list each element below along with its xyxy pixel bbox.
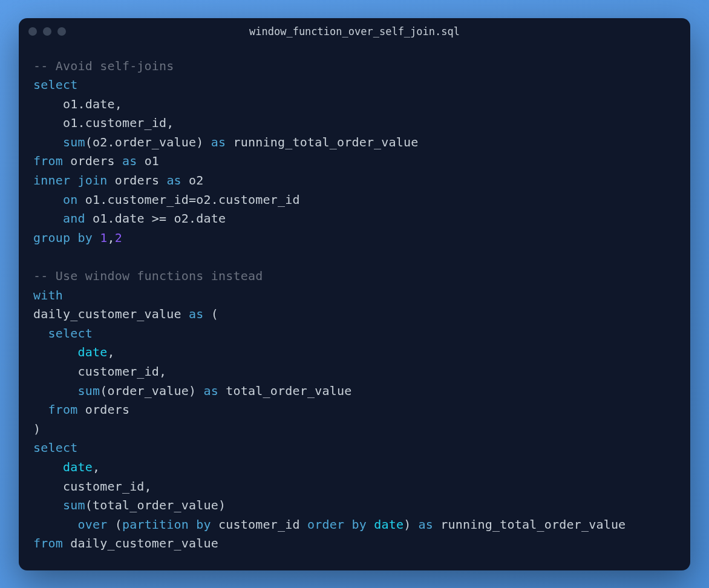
code-line: from daily_customer_value xyxy=(33,534,676,554)
code-token-datetype: date xyxy=(77,345,107,359)
code-line: customer_id, xyxy=(33,477,676,497)
code-line: ) xyxy=(33,420,676,439)
code-line: -- Avoid self-joins xyxy=(33,57,676,76)
code-token-identifier xyxy=(33,211,63,226)
code-token-identifier: running_total_order_value xyxy=(226,135,418,149)
code-token-keyword: as xyxy=(211,135,226,149)
code-token-identifier xyxy=(93,230,100,245)
code-token-identifier: ) xyxy=(404,517,418,532)
code-line: customer_id, xyxy=(33,362,676,382)
code-token-comment: -- Avoid self-joins xyxy=(33,59,174,73)
code-token-identifier: running_total_order_value xyxy=(433,517,626,532)
code-line: sum(o2.order_value) as running_total_ord… xyxy=(33,133,676,152)
code-token-identifier: o1.customer_id=o2.customer_id xyxy=(77,192,299,207)
code-token-identifier: , xyxy=(107,345,114,359)
code-token-identifier: ) xyxy=(33,422,41,436)
window-title: window_function_over_self_join.sql xyxy=(249,25,460,38)
code-token-identifier xyxy=(344,517,351,532)
code-token-identifier: orders xyxy=(63,154,122,168)
code-token-keyword: order xyxy=(307,517,344,532)
code-token-keyword: by xyxy=(196,517,211,532)
code-line: sum(order_value) as total_order_value xyxy=(33,382,676,401)
code-token-keyword: select xyxy=(48,326,92,341)
code-line: and o1.date >= o2.date xyxy=(33,209,676,229)
code-token-function: sum xyxy=(63,498,85,512)
code-line: over (partition by customer_id order by … xyxy=(33,515,676,535)
code-token-number: 1 xyxy=(100,230,107,245)
code-token-keyword: by xyxy=(77,230,92,245)
code-token-identifier xyxy=(33,517,77,532)
code-token-keyword: as xyxy=(419,517,433,532)
code-token-identifier: ( xyxy=(204,307,218,321)
code-token-punct: (total_order_value) xyxy=(85,498,226,512)
code-token-identifier: customer_id, xyxy=(33,364,166,379)
code-token-function: sum xyxy=(77,384,100,398)
code-line: sum(total_order_value) xyxy=(33,496,676,515)
maximize-icon[interactable] xyxy=(57,27,66,36)
code-token-keyword: select xyxy=(33,77,77,92)
code-token-identifier: o1.date >= o2.date xyxy=(85,211,226,226)
code-token-identifier xyxy=(70,230,77,245)
code-token-datetype: date xyxy=(63,460,93,474)
code-token-keyword: as xyxy=(204,384,218,398)
code-line: inner join orders as o2 xyxy=(33,171,676,191)
code-line: from orders as o1 xyxy=(33,152,676,171)
code-token-identifier: o1.date, xyxy=(33,97,122,111)
code-token-identifier: daily_customer_value xyxy=(33,307,189,321)
code-token-identifier: ( xyxy=(107,517,122,532)
code-token-identifier xyxy=(33,460,63,474)
code-line: select xyxy=(33,76,676,95)
code-token-identifier xyxy=(70,173,77,188)
code-line: daily_customer_value as ( xyxy=(33,305,676,324)
code-token-identifier: daily_customer_value xyxy=(63,536,218,550)
code-token-identifier xyxy=(33,384,77,398)
close-icon[interactable] xyxy=(28,27,37,36)
code-token-keyword: as xyxy=(166,173,181,188)
code-token-keyword: with xyxy=(33,288,63,302)
code-token-identifier: o2 xyxy=(181,173,204,188)
code-line xyxy=(33,247,676,267)
code-token-keyword: from xyxy=(48,402,77,417)
code-token-datetype: date xyxy=(374,517,404,532)
code-token-number: 2 xyxy=(115,230,122,245)
code-token-keyword: from xyxy=(33,536,63,550)
code-token-keyword: over xyxy=(77,517,107,532)
code-token-identifier xyxy=(367,517,374,532)
code-token-identifier xyxy=(33,326,48,341)
minimize-icon[interactable] xyxy=(43,27,51,36)
code-token-identifier: orders xyxy=(77,402,129,417)
code-line: -- Use window functions instead xyxy=(33,267,676,286)
code-line: date, xyxy=(33,458,676,477)
code-token-punct: (order_value) xyxy=(100,384,203,398)
code-line: on o1.customer_id=o2.customer_id xyxy=(33,191,676,210)
code-token-identifier: orders xyxy=(107,173,166,188)
code-token-comment: -- Use window functions instead xyxy=(33,269,263,283)
code-token-identifier xyxy=(189,517,196,532)
code-token-identifier xyxy=(33,498,63,512)
code-line: date, xyxy=(33,343,676,362)
code-token-keyword: on xyxy=(63,192,77,207)
code-token-function: sum xyxy=(63,135,85,149)
titlebar: window_function_over_self_join.sql xyxy=(19,18,690,45)
code-line: select xyxy=(33,439,676,458)
code-token-identifier xyxy=(33,135,63,149)
code-editor[interactable]: -- Avoid self-joinsselect o1.date, o1.cu… xyxy=(19,45,690,570)
code-line: o1.date, xyxy=(33,95,676,114)
code-token-identifier: o1.customer_id, xyxy=(33,116,174,130)
code-line: select xyxy=(33,324,676,344)
code-token-punct: (o2.order_value) xyxy=(85,135,211,149)
code-token-identifier xyxy=(33,402,48,417)
code-token-keyword: join xyxy=(77,173,107,188)
code-token-identifier: , xyxy=(107,230,114,245)
code-token-identifier: customer_id, xyxy=(33,479,152,494)
code-token-keyword: inner xyxy=(33,173,70,188)
traffic-lights xyxy=(28,27,66,36)
code-line: with xyxy=(33,286,676,305)
code-token-identifier xyxy=(33,192,63,207)
code-token-identifier: o1 xyxy=(137,154,159,168)
code-token-identifier xyxy=(33,345,77,359)
code-token-keyword: by xyxy=(351,517,366,532)
code-line: group by 1,2 xyxy=(33,229,676,248)
code-token-keyword: partition xyxy=(122,517,189,532)
code-token-keyword: select xyxy=(33,440,77,455)
